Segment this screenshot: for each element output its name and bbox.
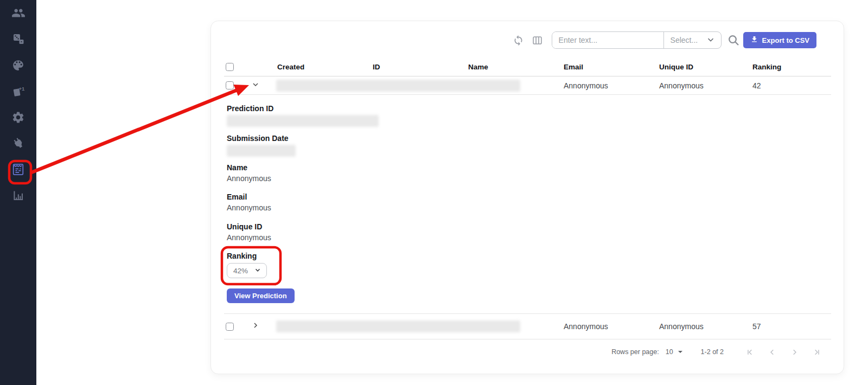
prediction-id-label: Prediction ID <box>227 104 273 113</box>
rows-per-page-value[interactable]: 10 <box>666 348 673 356</box>
last-page-button[interactable] <box>812 348 821 357</box>
redacted-cell-blur <box>276 320 520 332</box>
email-cell: Annonymous <box>559 322 655 331</box>
name-value: Annonymous <box>227 174 271 183</box>
filter-text-input[interactable] <box>552 32 663 48</box>
gear-icon <box>11 111 25 126</box>
columns-icon[interactable] <box>532 35 543 46</box>
search-icon[interactable] <box>727 34 740 47</box>
users-icon <box>11 6 25 22</box>
download-icon <box>750 35 758 45</box>
ranking-cell: 42 <box>748 81 831 90</box>
table-row: Annonymous Annonymous 57 <box>224 314 831 339</box>
filter-column-select[interactable]: Select... <box>663 32 721 48</box>
submission-date-label: Submission Date <box>227 134 289 143</box>
table-header: Created ID Name Email Unique ID Ranking <box>224 57 831 76</box>
previous-page-button[interactable] <box>768 348 777 357</box>
column-header-name[interactable]: Name <box>464 63 559 71</box>
column-header-ranking[interactable]: Ranking <box>748 63 831 71</box>
unique-id-cell: Annonymous <box>655 322 748 331</box>
filter-select-value: Select... <box>671 36 698 44</box>
sidebar-item-games[interactable] <box>0 27 36 53</box>
column-header-unique-id[interactable]: Unique ID <box>655 63 748 71</box>
redacted-cell-blur <box>276 80 520 92</box>
row-checkbox[interactable] <box>226 323 234 331</box>
sidebar-item-users[interactable] <box>0 1 36 27</box>
chevron-down-icon <box>251 80 260 91</box>
sidebar-item-integrations[interactable] <box>0 131 36 157</box>
sidebar-item-themes[interactable] <box>0 53 36 79</box>
view-prediction-button[interactable]: View Prediction <box>227 288 295 303</box>
ranking-dropdown[interactable]: 42% <box>227 263 267 278</box>
pagination-range: 1-2 of 2 <box>701 348 724 356</box>
filter-group: Select... <box>552 31 722 49</box>
row-detail-panel: Prediction ID Submission Date Name Annon… <box>224 95 831 314</box>
first-page-button[interactable] <box>745 348 755 357</box>
submission-date-redacted-blur <box>227 145 296 157</box>
expand-row-button[interactable] <box>251 321 273 332</box>
sidebar: +1 <box>0 0 36 385</box>
dice-icon <box>12 33 25 48</box>
name-label: Name <box>227 163 247 172</box>
column-header-created[interactable]: Created <box>273 63 368 71</box>
ranking-dropdown-value: 42% <box>233 267 248 275</box>
svg-text:+1: +1 <box>18 86 25 92</box>
column-header-email[interactable]: Email <box>559 63 655 71</box>
sidebar-item-analytics[interactable] <box>0 183 36 209</box>
unique-id-label: Unique ID <box>227 222 262 231</box>
email-cell: Annonymous <box>559 81 655 90</box>
sidebar-item-predictions[interactable] <box>0 157 36 183</box>
predictions-panel: Select... Export to CSV Created ID Name … <box>210 21 844 374</box>
table-pagination: Rows per page: 10 1-2 of 2 <box>224 339 831 364</box>
next-page-button[interactable] <box>790 348 799 357</box>
sidebar-item-add-card[interactable]: +1 <box>0 79 36 105</box>
ranking-label: Ranking <box>227 252 257 260</box>
table-row: Annonymous Annonymous 42 <box>224 76 831 95</box>
collapse-row-button[interactable] <box>251 80 273 91</box>
refresh-icon[interactable] <box>513 35 524 46</box>
column-header-id[interactable]: ID <box>368 63 464 71</box>
plug-icon <box>12 137 25 152</box>
caret-down-icon[interactable] <box>678 351 682 355</box>
unique-id-value: Annonymous <box>227 233 271 242</box>
chevron-down-icon <box>254 266 261 275</box>
email-value: Annonymous <box>227 203 271 212</box>
chevron-right-icon <box>251 321 260 332</box>
export-csv-label: Export to CSV <box>762 36 809 44</box>
prediction-id-redacted-blur <box>227 115 379 127</box>
sidebar-item-settings[interactable] <box>0 105 36 131</box>
select-all-checkbox[interactable] <box>226 63 234 71</box>
bar-chart-icon <box>11 188 25 204</box>
chevron-down-icon <box>706 35 716 46</box>
form-clipboard-icon <box>11 162 25 179</box>
table-toolbar: Select... Export to CSV <box>211 31 816 49</box>
rows-per-page-label: Rows per page: <box>611 348 659 356</box>
export-csv-button[interactable]: Export to CSV <box>743 32 816 48</box>
palette-icon <box>11 59 25 74</box>
plus-one-card-icon: +1 <box>12 85 25 100</box>
email-label: Email <box>227 193 247 201</box>
ranking-cell: 57 <box>748 322 831 331</box>
row-checkbox[interactable] <box>226 81 234 89</box>
annotation-arrow-shaft <box>31 90 237 172</box>
unique-id-cell: Annonymous <box>655 81 748 90</box>
